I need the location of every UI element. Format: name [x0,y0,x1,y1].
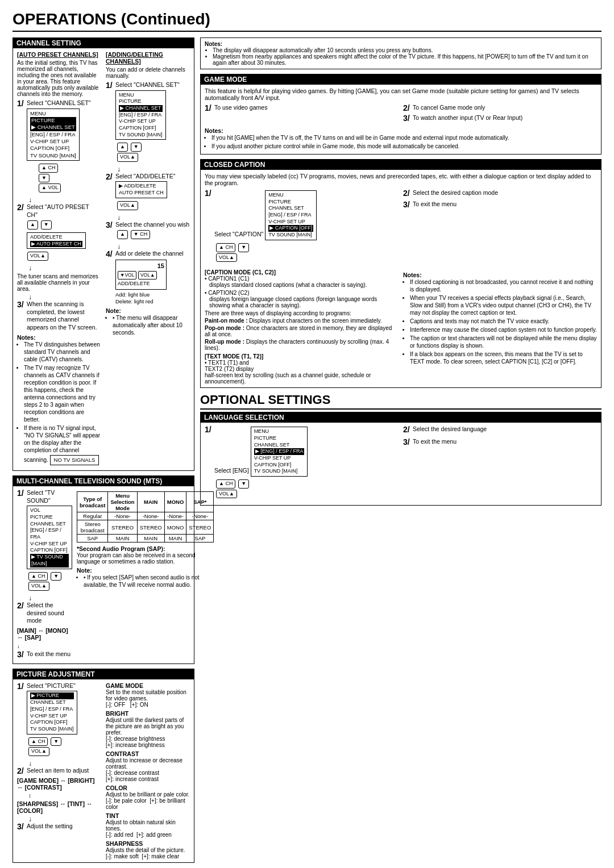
channel-setting-section: CHANNEL SETTING [AUTO PRESET CHANNELS] A… [13,37,194,471]
cc-caption2-desc: displays foreign language closed caption… [209,296,399,308]
pic-row2: [SHARPNESS] ↔ [TINT] ↔ [COLOR] [17,800,101,814]
add-color: Add: light blue [115,291,190,298]
lang-steps23-col: 2/ Select the desired language 3/ To exi… [403,425,597,502]
mts-down-arrow: ↓ [17,643,20,649]
cc-text-desc: half-screen text by scrolling (such as a… [205,372,399,385]
auto-preset-desc: As the initial setting, this TV has memo… [17,60,101,97]
pic-mi-eng: [ENG] / ESP / FRA [30,706,74,713]
pic-s1-num: 1/ [17,682,25,690]
add-step1-btn: ▲ ▼ VOL▲ [117,142,189,162]
top-notes-label: Notes: [205,41,597,47]
mts-menu-box: VOL PICTURE CHANNEL SET [ENG] / ESP / FR… [27,506,72,569]
mts-td-sap-menu: MAIN [108,535,137,542]
btn-vol-a1: VOL▲ [117,153,138,162]
btn-ch-b2: ▼ CH [131,230,150,239]
pic-step3: 3/ Adjust the setting [17,823,101,831]
btn-ch-p2: ▼ [51,737,61,746]
pic-mi-chset: CHANNEL SET [30,699,74,706]
lang-s2-text: Select the desired language [413,425,597,433]
cc-mi-picture: PICTURE [268,199,313,206]
cc-text1: • TEXT1 (T1) and [205,360,399,366]
step3-scan: The tuner scans and memorizes all availa… [17,273,101,292]
mts-td-reg-main: -None- [137,512,164,520]
mts-s3-text: To exit the menu [27,650,72,658]
mts-th-mono: MONO [164,492,186,512]
btn-ch-l2: ▼ [238,479,249,489]
optional-title: OPTIONAL SETTINGS [200,393,601,410]
cc-step3: 3/ To exit the menu [403,201,597,208]
mts-table: Type ofbroadcast MenuSelectionMode MAIN … [77,491,214,542]
pic-arrows: ↕ [28,792,101,799]
game-notes-label: Notes: [205,127,597,134]
add-delete-btn: ADD/DELETE [118,281,164,287]
mts-mi-tvsound: ▶ TV SOUND [MAIN] [30,554,69,567]
arrow-mts1: ↓ [28,595,72,602]
add-mi2-add: ▶ ADD/DELETE [119,183,164,190]
mts-row-regular: Regular -None- -None- -None- -None- [77,512,214,520]
sharpness-desc: Adjusts the detail of the picture. [106,847,190,853]
mts-sap-title: *Second Audio Program (SAP): [77,545,214,552]
lang-s2-num: 2/ [403,425,411,433]
lang-cols: 1/ Select [ENG] MENU PICTURE CHANNEL SET… [205,425,597,502]
btn-ch-m1: ▲ CH [28,572,48,581]
auto-preset-step2: 2/ Select "AUTO PRESET CH" ▲ ▼ ADD/DELET… [17,203,101,262]
cc-note-3: Captions and texts may not match the TV … [410,318,597,325]
picture-adj-content: 1/ Select "PICTURE" ▶ PICTURE CHANNEL SE… [13,679,194,862]
mts-note-label: Note: [77,567,214,574]
cc-note-5: The caption or text characters will not … [410,335,597,349]
lang-s3-text: To exit the menu [413,438,597,446]
cc-text2: TEXT2 (T2) display [205,366,399,372]
pic-steps: 1/ Select "PICTURE" ▶ PICTURE CHANNEL SE… [17,682,101,859]
menu-item-vchip: V-CHIP SET UP [30,138,76,145]
tint-minus: [-]: add red [+]: add green [106,832,190,838]
mts-content: 1/ Select "TV SOUND" VOL PICTURE CHANNEL… [13,486,194,663]
bright-minus: [-]: decrease brightness [106,736,190,742]
auto-preset-step3: 3/ When the scanning is completed, the l… [17,301,101,332]
color-label: COLOR [106,784,190,791]
notes-list: The TV distinguishes between standard TV… [17,341,101,466]
btn-ch-a1: ▲ [117,143,128,152]
closed-caption-title: CLOSED CAPTION [201,160,601,170]
auto-preset-step1: 1/ Select "CHANNEL SET" MENU PICTURE ▶ C… [17,99,101,194]
notes-label: Notes: [17,334,101,341]
game-mode-section: GAME MODE This feature is helpful for pl… [200,74,601,155]
cc-roll-up: Roll-up mode : Displays the characters c… [205,339,399,351]
cc-notes: Notes: If closed captioning is not broad… [403,272,597,365]
cc-s1-num: 1/ [205,189,213,197]
language-section: LANGUAGE SELECTION 1/ Select [ENG] MENU [200,412,601,506]
mts-row-sap: SAP MAIN MAIN MAIN SAP [77,535,214,542]
cc-step2-col: 2/ Select the desired caption mode 3/ To… [403,189,597,266]
pic-s2-num: 2/ [17,767,25,775]
add-step2-num: 2/ [106,173,114,181]
auto-preset-title: [AUTO PRESET CHANNELS] [17,51,101,58]
tint-label: TINT [106,812,190,819]
pic-mi-picture: ▶ PICTURE [30,692,74,699]
btn-vol-a2: VOL▲ [117,201,138,210]
mts-td-sap-mono: MAIN [164,535,186,542]
mts-step2: 2/ Select the desired sound mode [17,602,72,625]
mts-th-menu: MenuSelectionMode [108,492,137,512]
add-mi-menu: MENU [119,92,163,99]
picture-adjustment-section: PICTURE ADJUSTMENT 1/ Select "PICTURE" ▶… [13,669,194,863]
mts-s1-num: 1/ [17,489,25,497]
cc-s2-num: 2/ [403,189,411,197]
mts-table-col: Type ofbroadcast MenuSelectionMode MAIN … [77,489,214,661]
btn-ch-up2: ▲ [27,220,38,229]
top-notes-box: Notes: The display will disappear automa… [200,37,601,69]
lang-mi-eng: ▶ [ENG] / ESP / FRA [254,448,305,455]
top-note-1: The display will disappear automatically… [213,47,597,53]
optional-settings-area: OPTIONAL SETTINGS LANGUAGE SELECTION 1/ … [200,393,601,506]
adding-deleting-desc: You can add or delete channels manually. [106,66,190,79]
pic-step1: 1/ Select "PICTURE" ▶ PICTURE CHANNEL SE… [17,682,101,758]
cc-modes-cols: [CAPTION MODE (C1, C2)] • CAPTION1 (C1) … [205,269,597,385]
menu-item-picture: PICTURE [30,117,76,124]
main-title: OPERATIONS (Continued) [13,10,601,32]
cc-mi-menu: MENU [268,192,313,199]
pic-step2: 2/ Select an item to adjust [17,767,101,775]
btn-vol-p1: VOL▲ [28,747,49,756]
closed-caption-section: CLOSED CAPTION You may view specially la… [200,159,601,388]
add-step1-text: Select "CHANNEL SET" MENU PICTURE ▶ CHAN… [115,81,190,164]
cc-note-1: If closed captioning is not broadcasted,… [410,278,597,293]
mts-mi-chset: CHANNEL SET [30,521,69,528]
mts-note-list: • If you select [SAP] when second audio … [77,574,214,589]
